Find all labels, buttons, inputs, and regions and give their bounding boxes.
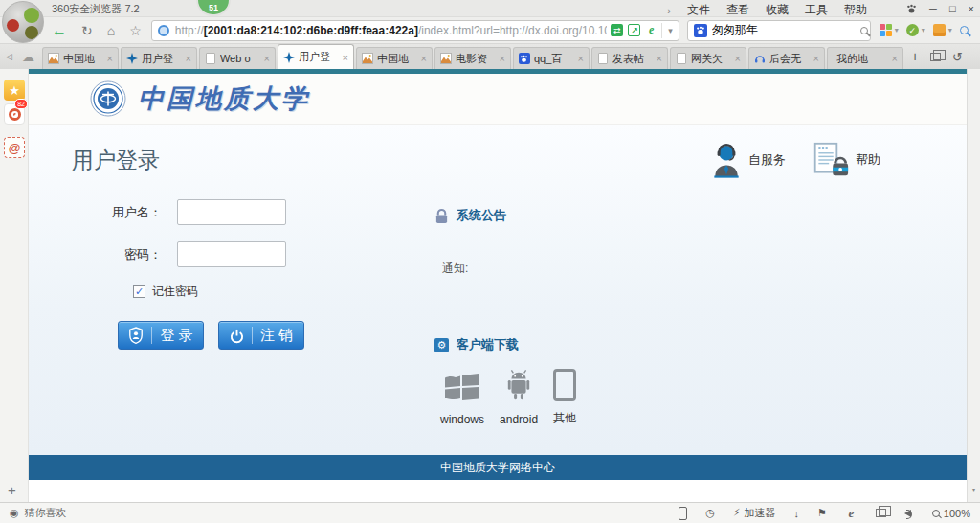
collapse-sidebar-icon[interactable]: ◁ <box>6 52 12 61</box>
tab-close-icon[interactable]: × <box>813 53 818 64</box>
tab-3-active[interactable]: 用户登 × <box>278 44 354 69</box>
address-bar[interactable]: http://[2001:da8:214:102:d6be:d9ff:feaa:… <box>151 20 679 41</box>
search-input[interactable] <box>712 24 860 37</box>
url-dropdown-icon[interactable]: ▾ <box>661 23 673 38</box>
undo-close-tab-icon[interactable]: ↺ <box>952 50 963 64</box>
login-button-label: 登 录 <box>160 327 192 345</box>
gear-icon: ⚙ <box>434 338 449 352</box>
login-button[interactable]: 登 录 <box>118 321 204 350</box>
tab-2[interactable]: Web o × <box>199 47 276 69</box>
tab-5[interactable]: 电影资 × <box>434 47 511 69</box>
translate-icon[interactable]: ⇄ <box>611 24 623 36</box>
window-arrange-icon[interactable] <box>876 509 886 517</box>
download-platforms: windows <box>440 369 967 426</box>
minimize-icon[interactable]: ─ <box>929 4 937 14</box>
zoom-control[interactable]: 100% <box>932 508 970 519</box>
tab-close-icon[interactable]: × <box>342 52 347 63</box>
tab-label: 发表帖 <box>612 52 657 66</box>
search-box[interactable] <box>687 20 871 41</box>
tab-6[interactable]: qq_百 × <box>513 47 590 69</box>
tab-label: Web o <box>220 53 264 64</box>
tab-9[interactable]: 后会无 × <box>748 47 825 69</box>
mobile-icon[interactable] <box>679 507 687 520</box>
volume-icon[interactable] <box>904 510 911 517</box>
weibo-icon[interactable]: 82 <box>4 103 25 125</box>
rocket-icon: ⚡ <box>733 507 741 519</box>
maximize-icon[interactable]: □ <box>949 4 956 14</box>
check-icon: ✓ <box>135 286 144 297</box>
download-windows[interactable]: windows <box>440 372 484 426</box>
help-link[interactable]: 帮助 <box>813 142 880 178</box>
speed-score-badge[interactable]: 51 <box>196 0 231 16</box>
tab-close-icon[interactable]: × <box>577 53 583 64</box>
menu-file[interactable]: 文件 <box>687 2 710 18</box>
tab-close-icon[interactable]: × <box>499 53 504 64</box>
mention-at-icon[interactable]: @ <box>4 137 25 158</box>
favorites-sidebar-icon[interactable]: ★ <box>4 80 25 101</box>
add-sidebar-app-icon[interactable]: + <box>8 482 16 498</box>
security-extension-icon[interactable]: ✓ <box>906 24 919 36</box>
user-avatar[interactable] <box>2 1 44 43</box>
menu-favorites[interactable]: 收藏 <box>766 2 789 18</box>
home-icon[interactable]: ⌂ <box>107 23 115 38</box>
search-icon[interactable] <box>860 27 868 34</box>
menu-help[interactable]: 帮助 <box>844 2 867 18</box>
close-window-icon[interactable]: × <box>969 4 974 14</box>
tab-0[interactable]: 中国地 × <box>42 47 119 69</box>
refresh-icon[interactable]: ↻ <box>81 23 93 38</box>
flag-icon[interactable]: ⚑ <box>817 507 827 519</box>
apps-dropdown-icon[interactable]: ▾ <box>895 26 899 34</box>
share-icon[interactable]: ↗ <box>628 24 640 36</box>
ie-mode-icon[interactable]: e <box>845 507 858 519</box>
gauge-icon[interactable]: ◷ <box>705 507 715 519</box>
tab-7[interactable]: 发表帖 × <box>591 47 668 69</box>
page-favicon <box>205 53 216 64</box>
download-other[interactable]: 其他 <box>553 369 576 426</box>
security-dropdown-icon[interactable]: ▾ <box>922 26 925 34</box>
wallpaper-extension-icon[interactable] <box>933 24 946 36</box>
username-input[interactable] <box>177 199 286 225</box>
username-label: 用户名： <box>57 204 177 221</box>
cloud-sync-icon[interactable]: ☁ <box>22 50 34 64</box>
remember-checkbox[interactable]: ✓ <box>133 285 145 298</box>
menu-tools[interactable]: 工具 <box>805 2 828 18</box>
tab-close-icon[interactable]: × <box>263 53 269 64</box>
tab-1[interactable]: 用户登 × <box>121 47 197 69</box>
windows-icon <box>443 372 481 404</box>
tab-close-icon[interactable]: × <box>185 53 190 64</box>
tab-close-icon[interactable]: × <box>734 53 740 64</box>
restore-tabs-icon[interactable] <box>930 53 941 61</box>
page-footer-space <box>29 480 967 502</box>
tab-close-icon[interactable]: × <box>420 53 426 64</box>
back-icon[interactable]: ← <box>52 22 67 39</box>
tab-8[interactable]: 网关欠 × <box>670 47 746 69</box>
ie-compat-icon[interactable]: e <box>645 24 657 36</box>
download-android[interactable]: android <box>500 370 538 426</box>
scrollbar[interactable]: ▾ <box>967 69 980 502</box>
url-text[interactable]: http://[2001:da8:214:102:d6be:d9ff:feaa:… <box>175 24 607 37</box>
menu-view[interactable]: 查看 <box>726 2 749 18</box>
scroll-down-icon[interactable]: ▾ <box>968 486 980 494</box>
tab-label: 用户登 <box>142 52 186 66</box>
apps-grid-icon[interactable] <box>880 24 892 36</box>
tab-close-icon[interactable]: × <box>891 53 897 64</box>
tab-close-icon[interactable]: × <box>656 53 661 64</box>
windows-label: windows <box>440 413 484 426</box>
university-name: 中国地质大学 <box>138 81 310 116</box>
favorite-star-icon[interactable]: ☆ <box>129 23 142 38</box>
search-engine-icon[interactable] <box>694 24 707 37</box>
self-service-link[interactable]: 自服务 <box>711 142 786 178</box>
tab-close-icon[interactable]: × <box>106 53 112 64</box>
logout-button[interactable]: 注 销 <box>218 321 304 350</box>
status-left[interactable]: ◉ 猜你喜欢 <box>10 506 67 520</box>
password-input[interactable] <box>177 241 286 267</box>
tab-10[interactable]: 我的地 × <box>827 47 903 69</box>
download-manager-icon[interactable]: ↓ <box>793 508 799 519</box>
tab-4[interactable]: 中国地 × <box>356 47 433 69</box>
menu-overflow-icon[interactable]: › <box>667 5 671 16</box>
wallpaper-dropdown-icon[interactable]: ▾ <box>948 26 952 34</box>
new-tab-icon[interactable]: + <box>911 49 919 64</box>
page-find-icon[interactable] <box>960 26 969 34</box>
accelerator-item[interactable]: ⚡ 加速器 <box>733 506 776 520</box>
skin-paw-icon[interactable] <box>906 4 917 14</box>
